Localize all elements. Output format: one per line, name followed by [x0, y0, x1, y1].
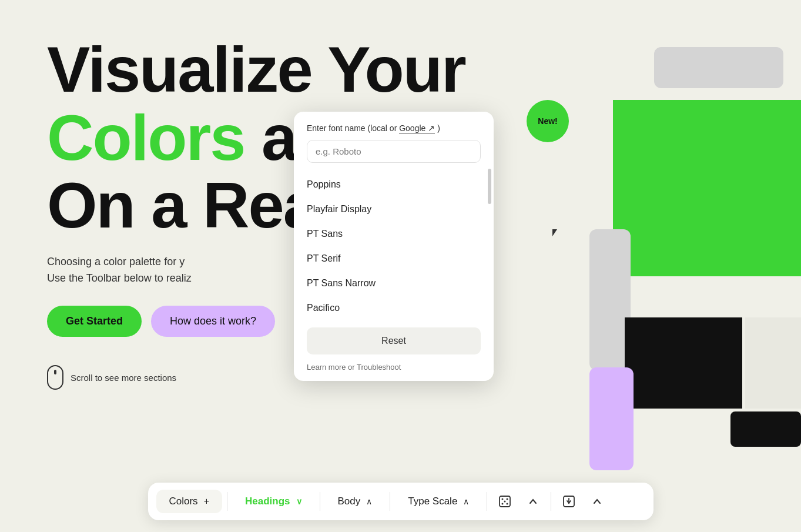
hero-subtitle-line2: Use the Toolbar below to realiz	[47, 270, 335, 287]
font-list: Poppins Playfair Display PT Sans PT Seri…	[294, 169, 494, 322]
font-dropdown-header-suffix: )	[437, 123, 440, 133]
font-dropdown-footer: Learn more or Troubleshoot	[294, 360, 494, 381]
toolbar-divider-1	[227, 492, 227, 511]
toolbar-divider-4	[487, 492, 487, 511]
hero-colors-word: Colors	[47, 101, 244, 173]
chevron-up-button[interactable]	[520, 488, 546, 514]
toolbar-colors-label: Colors	[169, 496, 198, 507]
toolbar-divider-2	[320, 492, 320, 511]
chevron-down-icon: ∨	[296, 497, 302, 506]
dice-button[interactable]	[492, 488, 518, 514]
svg-point-4	[507, 503, 508, 505]
new-badge-label: New!	[538, 116, 557, 126]
chevron-up-icon-btn	[528, 496, 538, 507]
new-badge: New!	[527, 100, 569, 142]
download-button[interactable]	[556, 488, 582, 514]
font-dropdown-header-text: Enter font name (local or	[307, 123, 399, 133]
toolbar-body-label: Body	[338, 496, 361, 507]
chevron-up-button2[interactable]	[584, 488, 610, 514]
font-list-item[interactable]: PT Sans Narrow	[294, 271, 494, 296]
google-fonts-link[interactable]: Google ↗	[399, 123, 435, 133]
font-list-item[interactable]: PT Sans	[294, 222, 494, 246]
chevron-up-icon-btn2	[592, 496, 602, 507]
chevron-up-icon: ∧	[366, 497, 372, 506]
toolbar-divider-3	[390, 492, 390, 511]
font-list-scrollbar	[488, 169, 491, 204]
toolbar-headings-button[interactable]: Headings ∨	[232, 490, 315, 513]
svg-point-1	[502, 498, 504, 500]
hero-line3-text: On a Real	[47, 169, 334, 241]
color-blocks-area	[589, 47, 801, 459]
font-list-item[interactable]: PT Serif	[294, 246, 494, 271]
hero-subtitle: Choosing a color palette for y Use the T…	[47, 253, 335, 287]
toolbar-body-button[interactable]: Body ∧	[325, 490, 386, 513]
color-block-purple-tall	[589, 367, 634, 470]
toolbar-divider-5	[551, 492, 551, 511]
svg-point-5	[504, 501, 506, 503]
mouse-wheel	[54, 370, 56, 374]
font-dropdown-popup: Enter font name (local or Google ↗ ) Pop…	[294, 112, 494, 381]
dice-icon	[498, 494, 512, 508]
toolbar-typescale-label: Type Scale	[408, 496, 457, 507]
color-block-green-large	[613, 100, 801, 276]
scroll-hint-text: Scroll to see more sections	[71, 373, 176, 383]
plus-icon: +	[204, 496, 209, 507]
font-list-item[interactable]: Playfair Display	[294, 197, 494, 222]
toolbar-colors-button[interactable]: Colors +	[156, 490, 222, 513]
learn-more-link[interactable]: Learn more or Troubleshoot	[307, 363, 401, 372]
color-block-gray-light	[654, 47, 783, 88]
toolbar-typescale-button[interactable]: Type Scale ∧	[395, 490, 482, 513]
download-icon	[562, 494, 576, 508]
font-dropdown-header: Enter font name (local or Google ↗ )	[294, 112, 494, 140]
how-works-button[interactable]: How does it work?	[151, 306, 275, 337]
hero-line1: Visualize Your	[47, 35, 547, 103]
toolbar-headings-label: Headings	[245, 496, 290, 507]
svg-point-3	[502, 503, 504, 505]
font-list-item[interactable]: Poppins	[294, 172, 494, 197]
color-block-black-square	[625, 317, 742, 409]
get-started-button[interactable]: Get Started	[47, 306, 142, 337]
color-block-gray-small	[745, 317, 801, 409]
chevron-up-icon-typescale: ∧	[463, 497, 469, 506]
toolbar: Colors + Headings ∨ Body ∧ Type Scale ∧	[148, 483, 653, 520]
color-block-black-strip	[730, 411, 801, 447]
font-search-input[interactable]	[307, 140, 481, 163]
hero-subtitle-line1: Choosing a color palette for y	[47, 253, 335, 270]
font-reset-button[interactable]: Reset	[307, 327, 481, 354]
svg-point-2	[507, 498, 508, 500]
font-list-item[interactable]: Pacifico	[294, 296, 494, 320]
mouse-icon	[47, 365, 63, 390]
